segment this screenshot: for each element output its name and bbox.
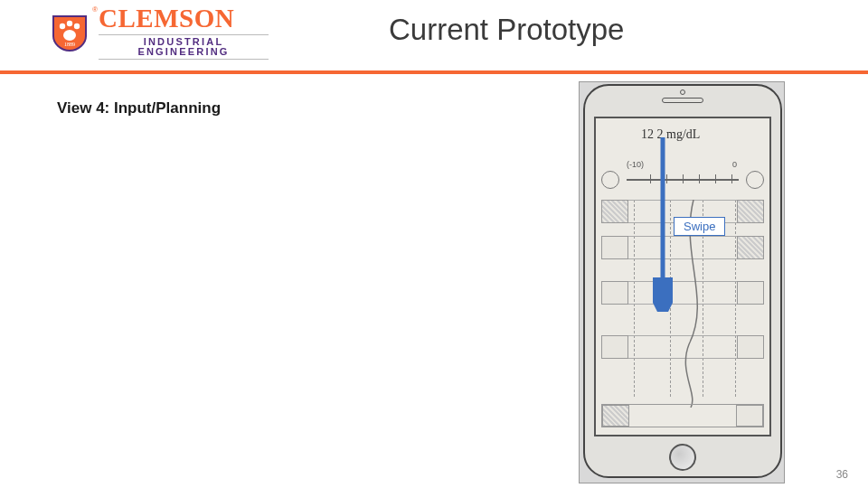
phone-mockup: 12 2 mg/dL (-10) 0 xyxy=(579,81,785,483)
tick-icon xyxy=(650,174,651,183)
right-knob-icon xyxy=(746,171,764,189)
left-cell-icon xyxy=(601,236,628,259)
left-cell-icon xyxy=(601,335,628,359)
brand-department: INDUSTRIAL ENGINEERING xyxy=(99,34,269,60)
page-title: Current Prototype xyxy=(389,13,624,47)
svg-point-0 xyxy=(60,23,65,29)
registered-mark: ® xyxy=(92,5,98,14)
bottom-row xyxy=(601,404,764,427)
page-number: 36 xyxy=(836,468,848,481)
divider xyxy=(0,70,868,74)
tick-icon xyxy=(715,174,716,183)
brand-logo: 1889 ® CLEMSON INDUSTRIAL ENGINEERING xyxy=(0,5,269,60)
speaker-icon xyxy=(662,98,703,103)
right-cell-icon xyxy=(737,335,764,359)
swipe-label: Swipe xyxy=(674,217,725,236)
subtitle: View 4: Input/Planning xyxy=(57,99,221,117)
right-cell-icon xyxy=(736,405,763,427)
svg-point-1 xyxy=(67,21,72,26)
svg-point-2 xyxy=(74,23,80,29)
phone-screen: 12 2 mg/dL (-10) 0 xyxy=(594,117,771,436)
brand-name: CLEMSON xyxy=(99,5,269,32)
tick-icon xyxy=(683,174,684,183)
left-knob-icon xyxy=(601,171,619,189)
axis-right-label: 0 xyxy=(732,160,737,169)
tick-icon xyxy=(731,174,732,183)
right-cell-icon xyxy=(737,281,764,305)
slide: 1889 ® CLEMSON INDUSTRIAL ENGINEERING Cu… xyxy=(0,0,868,488)
screen-sketch: 12 2 mg/dL (-10) 0 xyxy=(596,118,769,435)
left-cell-icon xyxy=(602,405,629,427)
svg-point-3 xyxy=(63,30,76,41)
camera-icon xyxy=(680,89,685,95)
phone-body: 12 2 mg/dL (-10) 0 xyxy=(583,84,782,478)
left-cell-icon xyxy=(601,200,628,223)
tick-icon xyxy=(699,174,700,183)
home-button-icon xyxy=(669,444,696,471)
left-cell-icon xyxy=(601,281,628,305)
paw-shield-icon: 1889 xyxy=(50,13,90,52)
right-cell-icon xyxy=(737,200,764,223)
brand-text: CLEMSON INDUSTRIAL ENGINEERING xyxy=(99,5,269,60)
axis-left-label: (-10) xyxy=(627,160,644,169)
right-cell-icon xyxy=(737,236,764,259)
swipe-arrow-icon xyxy=(653,136,673,312)
brand-year: 1889 xyxy=(64,42,75,47)
